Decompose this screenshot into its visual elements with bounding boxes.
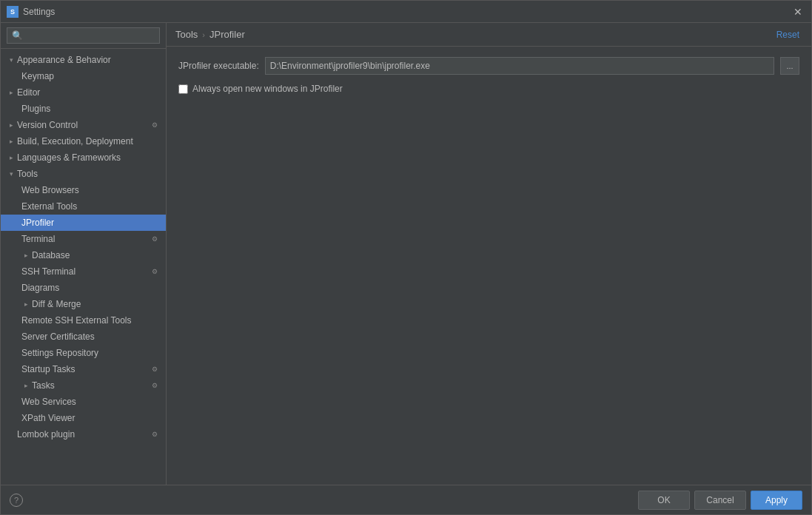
sidebar-item-plugins[interactable]: Plugins <box>1 101 166 117</box>
sidebar-item-label: Settings Repository <box>21 348 160 358</box>
sidebar-item-database[interactable]: ▸ Database <box>1 247 166 263</box>
sidebar-item-label: Build, Execution, Deployment <box>17 136 160 147</box>
expand-arrow-build: ▸ <box>7 137 16 146</box>
bottom-bar: ? OK Cancel Apply <box>1 485 811 514</box>
expand-arrow-db: ▸ <box>21 251 30 260</box>
sidebar-item-label: SSH Terminal <box>21 266 150 277</box>
sidebar-item-label: Remote SSH External Tools <box>21 315 160 326</box>
panel-body: JProfiler executable: ... Always open ne… <box>167 47 811 485</box>
settings-icon: ⚙ <box>150 234 160 244</box>
sidebar-item-jprofiler[interactable]: JProfiler <box>1 215 166 231</box>
sidebar-item-ssh[interactable]: SSH Terminal ⚙ <box>1 263 166 280</box>
sidebar-item-label: Terminal <box>21 234 150 244</box>
window-title: Settings <box>23 7 791 17</box>
sidebar-item-web-browsers[interactable]: Web Browsers <box>1 182 166 198</box>
sidebar-item-diff-merge[interactable]: ▸ Diff & Merge <box>1 296 166 312</box>
cancel-button[interactable]: Cancel <box>694 491 746 510</box>
executable-row: JProfiler executable: ... <box>178 57 799 75</box>
sidebar-item-tools[interactable]: ▾ Tools <box>1 166 166 182</box>
sidebar-item-label: Diff & Merge <box>32 299 160 309</box>
search-input[interactable] <box>7 27 160 44</box>
sidebar-item-web-services[interactable]: Web Services <box>1 394 166 410</box>
sidebar-item-label: Server Certificates <box>21 331 160 342</box>
sidebar-item-label: Appearance & Behavior <box>17 55 160 65</box>
settings-window: S Settings ✕ ▾ Appearance & Behavior Key… <box>0 0 812 515</box>
sidebar-item-external-tools[interactable]: External Tools <box>1 198 166 215</box>
help-button[interactable]: ? <box>10 494 23 507</box>
always-open-row: Always open new windows in JProfiler <box>178 84 799 94</box>
expand-arrow-languages: ▸ <box>7 153 16 162</box>
browse-button[interactable]: ... <box>780 57 799 75</box>
sidebar-item-terminal[interactable]: Terminal ⚙ <box>1 231 166 247</box>
sidebar-item-tasks[interactable]: ▸ Tasks ⚙ <box>1 377 166 394</box>
title-bar: S Settings ✕ <box>1 1 811 23</box>
settings-icon: ⚙ <box>150 429 160 440</box>
sidebar-item-label: Version Control <box>17 120 150 130</box>
expand-arrow-tools: ▾ <box>7 169 16 178</box>
sidebar-item-label: JProfiler <box>21 218 160 228</box>
sidebar-item-build[interactable]: ▸ Build, Execution, Deployment <box>1 133 166 149</box>
sidebar-item-version-control[interactable]: ▸ Version Control ⚙ <box>1 117 166 133</box>
sidebar-item-settings-repo[interactable]: Settings Repository <box>1 345 166 361</box>
sidebar-item-label: Lombok plugin <box>17 429 150 440</box>
sidebar-item-label: Diagrams <box>21 283 160 293</box>
settings-icon: ⚙ <box>150 364 160 374</box>
sidebar-item-lombok[interactable]: ▸ Lombok plugin ⚙ <box>1 426 166 442</box>
sidebar-item-label: Tools <box>17 169 160 179</box>
settings-icon: ⚙ <box>150 266 160 277</box>
right-panel: Tools › JProfiler Reset JProfiler execut… <box>167 23 811 485</box>
sidebar-item-keymap[interactable]: Keymap <box>1 68 166 84</box>
breadcrumb-current: JProfiler <box>209 29 245 40</box>
always-open-checkbox[interactable] <box>178 84 188 94</box>
breadcrumb: Tools › JProfiler <box>175 29 774 40</box>
close-button[interactable]: ✕ <box>791 4 805 19</box>
expand-arrow-tasks: ▸ <box>21 381 30 390</box>
ok-button[interactable]: OK <box>638 491 690 510</box>
search-box <box>1 23 166 49</box>
sidebar-item-xpath[interactable]: XPath Viewer <box>1 410 166 426</box>
main-content: ▾ Appearance & Behavior Keymap ▸ Editor … <box>1 23 811 485</box>
sidebar-item-label: Languages & Frameworks <box>17 152 160 163</box>
expand-arrow-appearance: ▾ <box>7 55 16 64</box>
sidebar-item-label: Keymap <box>21 71 160 81</box>
sidebar-item-remote-ssh[interactable]: Remote SSH External Tools <box>1 312 166 329</box>
sidebar-item-label: External Tools <box>21 201 160 212</box>
sidebar-items: ▾ Appearance & Behavior Keymap ▸ Editor … <box>1 49 166 485</box>
expand-arrow-editor: ▸ <box>7 88 16 97</box>
breadcrumb-parent: Tools <box>175 29 198 40</box>
sidebar-item-editor[interactable]: ▸ Editor <box>1 84 166 101</box>
always-open-label: Always open new windows in JProfiler <box>192 84 343 94</box>
sidebar-item-label: Database <box>32 250 160 260</box>
reset-button[interactable]: Reset <box>774 28 802 41</box>
sidebar-item-label: Plugins <box>21 104 160 114</box>
executable-input[interactable] <box>265 57 774 75</box>
sidebar-item-label: Editor <box>17 87 160 98</box>
app-icon: S <box>7 6 19 18</box>
sidebar-item-diagrams[interactable]: Diagrams <box>1 280 166 296</box>
expand-arrow-diff: ▸ <box>21 300 30 309</box>
settings-icon: ⚙ <box>150 120 160 130</box>
executable-label: JProfiler executable: <box>178 61 259 71</box>
sidebar-item-startup-tasks[interactable]: Startup Tasks ⚙ <box>1 361 166 377</box>
apply-button[interactable]: Apply <box>751 491 802 510</box>
settings-icon: ⚙ <box>150 380 160 391</box>
sidebar: ▾ Appearance & Behavior Keymap ▸ Editor … <box>1 23 167 485</box>
sidebar-item-label: Tasks <box>32 380 150 391</box>
sidebar-item-label: Startup Tasks <box>21 364 150 374</box>
sidebar-item-languages[interactable]: ▸ Languages & Frameworks <box>1 149 166 166</box>
app-icon-text: S <box>10 8 15 16</box>
sidebar-item-label: Web Services <box>21 397 160 407</box>
sidebar-item-label: Web Browsers <box>21 185 160 195</box>
sidebar-item-appearance[interactable]: ▾ Appearance & Behavior <box>1 52 166 68</box>
panel-header: Tools › JProfiler Reset <box>167 23 811 47</box>
sidebar-item-server-certs[interactable]: Server Certificates <box>1 329 166 345</box>
sidebar-item-label: XPath Viewer <box>21 413 160 423</box>
expand-arrow-vc: ▸ <box>7 121 16 129</box>
bottom-buttons: OK Cancel Apply <box>638 491 802 510</box>
breadcrumb-separator: › <box>202 30 205 39</box>
